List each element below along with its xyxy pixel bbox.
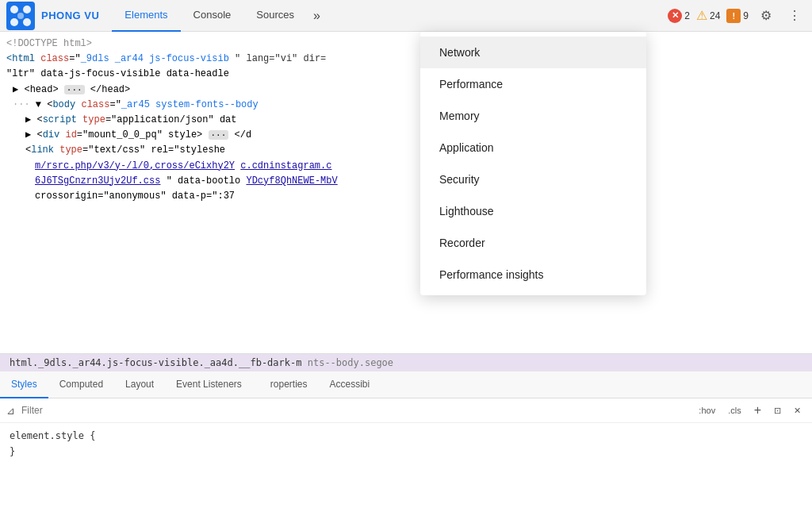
svg-point-1 (10, 6, 18, 13)
selector-bar: html._9dls._ar44.js-focus-visible._aa4d.… (0, 354, 812, 371)
code-line[interactable]: ▶ <script type="application/json" dat (6, 113, 806, 128)
code-line: "ltr" data-js-focus-visible data-headle (6, 67, 806, 82)
filter-input[interactable] (21, 405, 688, 416)
styles-tabs: Styles Computed Layout Event Listeners r… (0, 371, 812, 398)
menu-item-application[interactable]: Application (420, 132, 646, 164)
tab-layout[interactable]: Layout (114, 371, 165, 398)
filter-bar: ⊿ :hov .cls + ⊡ ✕ (0, 398, 812, 423)
logo-icon (6, 2, 35, 30)
error-icon: ✕ (668, 9, 682, 23)
error-badge: ✕ 2 (668, 9, 690, 23)
tab-computed[interactable]: Computed (48, 371, 114, 398)
more-options-button[interactable]: ⋮ (783, 5, 806, 27)
code-line: 6J6TSgCnzrn3Ujv2Uf.css " data-bootlo YDc… (6, 174, 806, 189)
info-count: 9 (743, 10, 749, 21)
warning-count: 24 (710, 10, 720, 21)
info-badge: ! 9 (726, 9, 749, 23)
tab-event-listeners[interactable]: Event Listeners (165, 371, 253, 398)
svg-point-3 (10, 18, 18, 26)
cls-button[interactable]: .cls (723, 404, 746, 417)
menu-item-performance[interactable]: Performance (420, 68, 646, 100)
code-line[interactable]: ▶ <head> ··· </head> (6, 83, 806, 98)
dropdown-menu: Network Performance Memory Application S… (420, 32, 646, 295)
code-line: m/rsrc.php/v3/y-/l/0,cross/eCixhy2Y c.cd… (6, 159, 806, 174)
code-line: <!DOCTYPE html> (6, 37, 806, 52)
tab-styles[interactable]: Styles (0, 371, 48, 398)
warning-badge: ⚠ 24 (696, 8, 720, 23)
code-bottom: element.style { } (0, 423, 812, 465)
menu-item-recorder[interactable]: Recorder (420, 227, 646, 259)
tab-more-button[interactable]: » (307, 0, 327, 32)
logo-area: PHONG VU (6, 2, 99, 30)
menu-item-security[interactable]: Security (420, 164, 646, 195)
code-line: crossorigin="anonymous" data-p=":37 (6, 189, 806, 204)
menu-item-memory[interactable]: Memory (420, 100, 646, 132)
logo-text: PHONG VU (41, 10, 99, 21)
element-style-open: element.style { (10, 428, 802, 444)
filter-actions: :hov .cls + ⊡ ✕ (694, 402, 806, 419)
element-style-close: } (10, 444, 802, 460)
code-line (6, 206, 806, 221)
main-content: <!DOCTYPE html> <html class="_9dls _ar44… (0, 32, 812, 508)
close-icon[interactable]: ✕ (789, 404, 806, 418)
filter-icon: ⊿ (6, 405, 15, 417)
code-area: <!DOCTYPE html> <html class="_9dls _ar44… (0, 32, 812, 225)
code-panel: <!DOCTYPE html> <html class="_9dls _ar44… (0, 32, 812, 508)
devtools-toolbar: PHONG VU Elements Console Sources » ✕ 2 … (0, 0, 812, 32)
bottom-area: html._9dls._ar44.js-focus-visible._aa4d.… (0, 353, 812, 508)
menu-item-lighthouse[interactable]: Lighthouse (420, 195, 646, 227)
toolbar-right: ✕ 2 ⚠ 24 ! 9 ⚙ ⋮ (668, 5, 806, 27)
svg-point-4 (23, 18, 31, 26)
tab-accessibility[interactable]: Accessibi (319, 371, 381, 398)
settings-button[interactable]: ⚙ (755, 5, 777, 27)
code-line[interactable]: ▶ <div id="mount_0_0_pq" style> ··· </d (6, 128, 806, 143)
hov-button[interactable]: :hov (694, 404, 720, 417)
info-icon: ! (726, 9, 741, 23)
plus-button[interactable]: + (749, 402, 766, 419)
tab-elements[interactable]: Elements (112, 0, 180, 32)
error-count: 2 (684, 10, 690, 21)
tab-properties[interactable]: roperties (259, 371, 319, 398)
menu-item-performance-insights[interactable]: Performance insights (420, 259, 646, 291)
svg-point-5 (17, 13, 24, 19)
menu-item-network[interactable]: Network (420, 37, 646, 68)
selector-text: html._9dls._ar44.js-focus-visible._aa4d.… (10, 357, 301, 368)
code-line: <html class="_9dls _ar44 js-focus-visib … (6, 52, 806, 67)
svg-point-2 (23, 6, 31, 13)
warning-icon: ⚠ (696, 8, 707, 23)
code-line: ··· ▼ <body class="_ar45 system-fonts--b… (6, 98, 806, 113)
tab-sources[interactable]: Sources (243, 0, 307, 32)
code-line: <link type="text/css" rel="styleshe (6, 143, 806, 158)
tab-console[interactable]: Console (181, 0, 244, 32)
copy-icon[interactable]: ⊡ (769, 404, 786, 418)
